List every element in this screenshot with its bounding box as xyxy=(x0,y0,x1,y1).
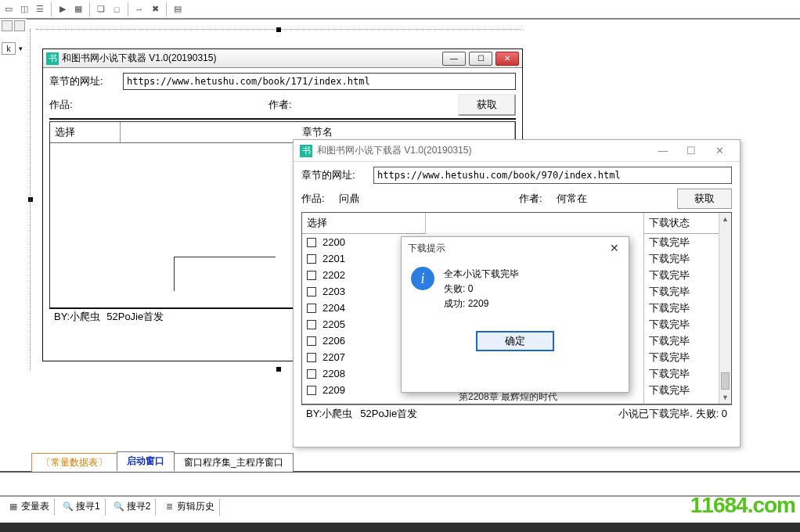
tab-startup-window[interactable]: 启动窗口 xyxy=(117,451,175,472)
close-button[interactable]: ✕ xyxy=(705,142,733,160)
gutter-btn[interactable] xyxy=(2,20,13,31)
status-src: 52PoJie首发 xyxy=(360,407,417,421)
col-select[interactable]: 选择 xyxy=(50,122,121,142)
maximize-button[interactable]: ☐ xyxy=(677,142,705,160)
search-icon: 🔍 xyxy=(114,501,124,512)
dialog-text: 全本小说下载完毕 失败: 0 成功: 2209 xyxy=(444,267,519,312)
ide-top-toolbar: ▭ ◫ ☰ ▶ ▦ ❏ □ ↔ ✖ ▤ xyxy=(0,0,800,19)
minimize-button[interactable]: — xyxy=(442,52,466,66)
close-icon[interactable]: ✕ xyxy=(607,240,622,256)
tb-icon[interactable]: ▦ xyxy=(71,2,85,16)
chapter-number: 2209 xyxy=(323,384,345,396)
checkbox[interactable] xyxy=(307,271,316,280)
window-title: 和图书网小说下载器 V1.0(20190315) xyxy=(317,144,649,157)
checkbox[interactable] xyxy=(307,254,316,264)
book-label: 作品: xyxy=(301,192,339,206)
gutter-btn[interactable] xyxy=(14,20,25,31)
table-row-status: 下载完毕 xyxy=(644,349,719,365)
ok-button[interactable]: 确定 xyxy=(476,331,554,351)
dialog-title: 下载提示 xyxy=(408,242,445,255)
table-row-status: 下载完毕 xyxy=(644,300,719,316)
dialog-titlebar[interactable]: 下载提示 ✕ xyxy=(402,237,629,259)
tab-window-module[interactable]: 窗口程序集_主程序窗口 xyxy=(174,453,294,472)
checkbox[interactable] xyxy=(307,287,316,297)
url-label: 章节的网址: xyxy=(49,74,120,88)
titlebar[interactable]: 书 和图书网小说下载器 V1.0(20190315) — ☐ ✕ xyxy=(294,140,740,162)
chapter-number: 2202 xyxy=(323,269,345,281)
tb-icon[interactable]: ↔ xyxy=(132,2,146,16)
seg-var-table[interactable]: ▦变量表 xyxy=(3,498,55,516)
scrollbar[interactable]: ▲ ▼ xyxy=(719,213,731,404)
titlebar[interactable]: 书 和图书网小说下载器 V1.0(20190315) — ☐ ✕ xyxy=(43,49,522,68)
fetch-button[interactable]: 获取 xyxy=(458,94,516,116)
checkbox[interactable] xyxy=(307,304,316,313)
ide-left-gutter: k xyxy=(0,19,27,454)
checkbox[interactable] xyxy=(307,336,316,346)
info-icon: i xyxy=(411,267,434,290)
tb-icon[interactable]: ☰ xyxy=(33,2,47,16)
scroll-up-icon[interactable]: ▲ xyxy=(719,213,731,225)
maximize-button[interactable]: ☐ xyxy=(469,52,492,66)
chapter-number: 2203 xyxy=(323,286,345,297)
author-value: 何常在 xyxy=(557,192,677,206)
watermark: 11684.com xyxy=(690,493,795,518)
search-icon: 🔍 xyxy=(63,501,74,512)
resize-handle[interactable] xyxy=(28,197,33,202)
gutter-label[interactable]: k xyxy=(2,42,16,55)
book-label: 作品: xyxy=(49,98,268,112)
tb-icon[interactable]: ❏ xyxy=(94,2,108,16)
url-input[interactable] xyxy=(123,73,516,90)
seg-search2[interactable]: 🔍搜寻2 xyxy=(109,498,157,516)
chapter-number: 2200 xyxy=(323,236,345,248)
tb-icon[interactable]: ▶ xyxy=(56,2,70,16)
list-icon: ≣ xyxy=(164,501,175,512)
status-src: 52PoJie首发 xyxy=(106,310,164,324)
url-label: 章节的网址: xyxy=(301,168,370,182)
author-label: 作者: xyxy=(519,192,557,206)
table-row-status: 下载完毕 xyxy=(644,283,719,300)
app-icon: 书 xyxy=(46,52,59,65)
tb-icon[interactable]: ✖ xyxy=(148,2,162,16)
tb-icon[interactable]: ◫ xyxy=(17,2,31,16)
tb-icon[interactable]: ▤ xyxy=(171,2,185,16)
success-label: 成功: xyxy=(444,298,465,309)
chapter-number: 2201 xyxy=(323,253,345,264)
chapter-number: 2204 xyxy=(323,302,345,314)
tb-icon[interactable]: □ xyxy=(110,2,124,16)
status-by: BY:小爬虫 xyxy=(306,407,352,421)
col-status[interactable]: 下载状态 xyxy=(644,213,719,234)
seg-clip-history[interactable]: ≣剪辑历史 xyxy=(159,498,220,516)
table-row-status: 下载完毕 xyxy=(644,250,719,267)
status-by: BY:小爬虫 xyxy=(54,310,100,324)
grid-icon: ▦ xyxy=(8,501,19,512)
seg-search1[interactable]: 🔍搜寻1 xyxy=(58,498,106,516)
table-row-status: 下载完毕 xyxy=(644,365,719,382)
status-toolbar: ▦变量表 🔍搜寻1 🔍搜寻2 ≣剪辑历史 xyxy=(0,496,800,516)
scroll-thumb[interactable] xyxy=(721,372,730,390)
window-title: 和图书网小说下载器 V1.0(20190315) xyxy=(62,52,442,65)
statusbar: BY:小爬虫 52PoJie首发 小说已下载完毕. 失败: 0 xyxy=(301,404,732,422)
col-select[interactable]: 选择 xyxy=(302,213,426,234)
resize-handle[interactable] xyxy=(276,27,281,32)
separator xyxy=(166,2,167,16)
checkbox[interactable] xyxy=(307,353,316,362)
checkbox[interactable] xyxy=(307,320,316,329)
checkbox[interactable] xyxy=(307,238,316,247)
checkbox[interactable] xyxy=(307,386,316,395)
scroll-down-icon[interactable]: ▼ xyxy=(719,391,731,404)
table-row-status: 下载完毕 xyxy=(644,382,719,398)
chapter-number: 2207 xyxy=(323,351,345,363)
table-row-status: 下载完毕 xyxy=(644,234,719,250)
minimize-button[interactable]: — xyxy=(649,142,677,160)
tb-icon[interactable]: ▭ xyxy=(2,2,16,16)
separator xyxy=(128,2,128,16)
tab-bar: 〔常量数据表〕 启动窗口 窗口程序集_主程序窗口 xyxy=(0,454,800,473)
table-row-status: 下载完毕 xyxy=(644,267,719,283)
placeholder-rect xyxy=(174,257,276,291)
fetch-button[interactable]: 获取 xyxy=(677,189,732,209)
resize-handle[interactable] xyxy=(276,367,281,372)
dialog-line1: 全本小说下载完毕 xyxy=(444,267,519,282)
close-button[interactable]: ✕ xyxy=(495,52,519,66)
url-input[interactable] xyxy=(373,167,732,184)
checkbox[interactable] xyxy=(307,369,316,379)
